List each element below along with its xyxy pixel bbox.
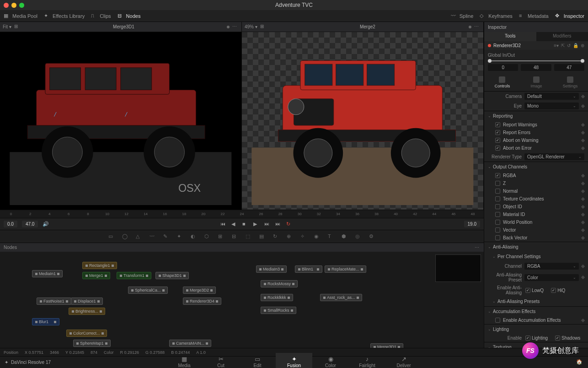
node-shape3d1[interactable]: Shape3D1: [155, 272, 189, 279]
tool-14[interactable]: ⊕: [287, 233, 293, 240]
outch-check-4[interactable]: [495, 204, 500, 209]
tool-04[interactable]: 〰: [150, 233, 156, 240]
clips-tab[interactable]: ⎍Clips: [91, 13, 111, 19]
reporting-kf-1[interactable]: [581, 130, 585, 134]
node-sphericalca[interactable]: SphericalCa...: [128, 287, 168, 294]
camera-select[interactable]: Default: [524, 93, 579, 100]
node-enable-dot[interactable]: [488, 44, 491, 47]
viewer1-fit[interactable]: Fit ▾: [3, 24, 11, 29]
viewer1-grid-icon[interactable]: ⊞: [14, 24, 21, 30]
tool-15[interactable]: ✧: [300, 233, 307, 240]
tool-20[interactable]: ⚙: [369, 233, 375, 240]
section-accum[interactable]: Accumulation Effects: [484, 307, 588, 316]
subtab-image[interactable]: Image: [530, 76, 542, 88]
tool-17[interactable]: T: [328, 233, 334, 240]
inspector-tab-modifiers[interactable]: Modifiers: [536, 32, 588, 41]
tool-06[interactable]: ✦: [177, 233, 183, 240]
outch-check-1[interactable]: [495, 181, 500, 186]
reporting-check-2[interactable]: [495, 138, 500, 143]
node-pin-icon[interactable]: ⇱: [561, 43, 565, 48]
keyframes-tab[interactable]: ◇Keyframes: [480, 13, 513, 19]
outch-check-7[interactable]: [495, 227, 500, 233]
node-cameramain[interactable]: CameraMAIN...: [169, 340, 211, 347]
tool-13[interactable]: ↻: [273, 233, 279, 240]
global-mid-val[interactable]: 48: [521, 64, 551, 71]
node-brightness[interactable]: Brightness...: [69, 308, 105, 315]
viewer2-grid-icon[interactable]: ⊞: [260, 24, 267, 30]
section-aa-presets[interactable]: Anti-Aliasing Presets: [484, 297, 588, 306]
outch-kf-7[interactable]: [581, 228, 585, 232]
outch-check-5[interactable]: [495, 212, 500, 217]
range-end[interactable]: 47.0: [22, 221, 38, 227]
page-fusion[interactable]: ✦Fusion: [276, 353, 312, 368]
nodes-options-icon[interactable]: ⋯: [475, 245, 480, 250]
tool-07[interactable]: ◐: [191, 233, 197, 240]
aa-lowq-check[interactable]: [525, 288, 530, 293]
global-in-val[interactable]: 0: [488, 64, 518, 71]
reporting-kf-3[interactable]: [581, 146, 585, 150]
aa-preset-select[interactable]: Color: [524, 274, 579, 281]
accum-kf[interactable]: [581, 318, 585, 322]
goto-end-icon[interactable]: ⏭: [275, 221, 282, 227]
section-lighting[interactable]: Lighting: [484, 325, 588, 334]
shadows-check[interactable]: [555, 336, 560, 341]
aa-hiq-check[interactable]: [551, 288, 556, 293]
media-pool-tab[interactable]: ▦Media Pool: [4, 13, 37, 19]
tool-18[interactable]: ⬢: [342, 233, 348, 240]
maximize-window[interactable]: [19, 3, 24, 8]
outch-kf-5[interactable]: [581, 212, 585, 216]
outch-kf-2[interactable]: [581, 189, 585, 193]
viewer2-opts-icon[interactable]: ⋯: [474, 24, 481, 30]
aa-preset-kf[interactable]: [581, 276, 585, 279]
global-io-slider[interactable]: [488, 60, 584, 61]
viewer2-dot[interactable]: [469, 26, 471, 28]
loop-icon[interactable]: ↻: [286, 221, 293, 227]
section-output-channels[interactable]: Output Channels: [484, 162, 588, 172]
lighting-check[interactable]: [525, 336, 530, 341]
viewer1-viewport[interactable]: OSX: [0, 32, 241, 210]
current-frame[interactable]: 19.0: [464, 221, 480, 227]
spline-tab[interactable]: 〰Spline: [451, 13, 474, 19]
section-anti-aliasing[interactable]: Anti-Aliasing: [484, 242, 588, 252]
viewer2-viewport[interactable]: [242, 32, 483, 210]
tool-16[interactable]: ◉: [314, 233, 321, 240]
outch-check-6[interactable]: [495, 220, 500, 225]
metadata-tab[interactable]: ≡Metadata: [519, 13, 549, 19]
outch-check-0[interactable]: [495, 173, 500, 178]
tool-12[interactable]: ▤: [259, 233, 266, 240]
node-canvas[interactable]: MediaIn1 Rectangle1 Merge1 Transform1 Sh…: [0, 252, 484, 356]
step-fwd-icon[interactable]: ⏭: [264, 221, 271, 227]
node-blinn1[interactable]: Blinn1: [295, 265, 322, 273]
minimize-window[interactable]: [11, 3, 16, 8]
step-back-icon[interactable]: ◀: [231, 221, 238, 227]
inspector-tab[interactable]: ✥Inspector: [555, 13, 584, 19]
subtab-controls[interactable]: Controls: [495, 76, 510, 88]
viewer2-zoom[interactable]: 49% ▾: [245, 24, 257, 29]
outch-check-8[interactable]: [495, 235, 500, 240]
page-media[interactable]: ▦Media: [166, 353, 203, 368]
tool-08[interactable]: ⬡: [204, 233, 211, 240]
viewer1-opts-icon[interactable]: ⋯: [232, 24, 239, 30]
outch-check-2[interactable]: [495, 189, 500, 194]
accum-enable-check[interactable]: [495, 318, 500, 323]
tool-03[interactable]: △: [136, 233, 142, 240]
reporting-check-1[interactable]: [495, 130, 500, 135]
page-color[interactable]: ◉Color: [312, 353, 349, 368]
node-blur1[interactable]: Blur1: [32, 318, 59, 325]
node-rockklkkk[interactable]: Rockklkkk: [261, 294, 293, 301]
range-start[interactable]: 0.0: [4, 221, 17, 227]
tool-10[interactable]: ⊟: [232, 233, 238, 240]
outch-kf-1[interactable]: [581, 181, 585, 185]
node-reset-icon[interactable]: ↺: [567, 43, 571, 48]
close-window[interactable]: [4, 3, 9, 8]
tool-05[interactable]: ✎: [163, 233, 170, 240]
node-merge3d2[interactable]: Merge3D2: [183, 287, 216, 294]
outch-kf-3[interactable]: [581, 197, 585, 200]
tool-19[interactable]: ◎: [355, 233, 362, 240]
node-minimap[interactable]: [435, 254, 481, 282]
subtab-settings[interactable]: Settings: [563, 76, 578, 88]
effects-library-tab[interactable]: ✦Effects Library: [44, 13, 85, 19]
reporting-check-3[interactable]: [495, 146, 500, 151]
eye-select[interactable]: Mono: [524, 103, 579, 109]
outch-check-3[interactable]: [495, 196, 500, 201]
